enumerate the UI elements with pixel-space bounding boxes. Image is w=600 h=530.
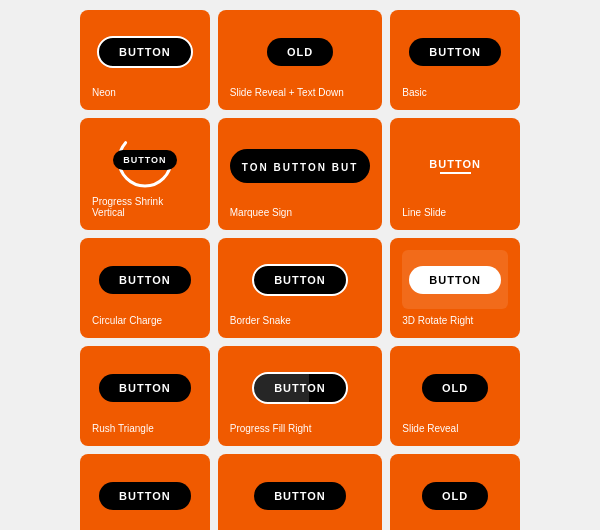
border-snake-button[interactable]: BUTTON xyxy=(252,264,348,296)
card-border-snake[interactable]: BUTTON Border Snake xyxy=(218,238,383,338)
card-circular-charge-label: Circular Charge xyxy=(92,315,198,326)
card-basic-inner: BUTTON xyxy=(402,22,508,81)
card-progress-right-inner: BUTTON xyxy=(230,358,371,417)
card-rush-triangle-label: Rush Triangle xyxy=(92,423,198,434)
card-line-slide-label: Line Slide xyxy=(402,207,508,218)
marquee-text: TON BUTTON BUT xyxy=(242,162,359,173)
card-3d-rotate[interactable]: BUTTON 3D Rotate Right xyxy=(390,238,520,338)
rotate-reveal-button[interactable]: OLD xyxy=(422,482,488,510)
card-border-snake-label: Border Snake xyxy=(230,315,371,326)
card-progress-right-label: Progress Fill Right xyxy=(230,423,371,434)
card-border-snake-inner: BUTTON xyxy=(230,250,371,309)
card-progress-shrink-label: Progress Shrink Vertical xyxy=(92,196,198,218)
card-slide-reveal-text-label: Slide Reveal + Text Down xyxy=(230,87,371,98)
card-slide-reveal[interactable]: OLD Slide Reveal xyxy=(390,346,520,446)
card-line-slide[interactable]: BUTTON Line Slide xyxy=(390,118,520,230)
progress-right-button[interactable]: BUTTON xyxy=(252,372,348,404)
card-speaker-center[interactable]: BUTTON Speaker Center xyxy=(218,454,383,530)
card-3d-rotate-inner: BUTTON xyxy=(402,250,508,309)
card-line-slide-inner: BUTTON xyxy=(402,130,508,201)
card-basic[interactable]: BUTTON Basic xyxy=(390,10,520,110)
card-slide-reveal-label: Slide Reveal xyxy=(402,423,508,434)
marquee-container: TON BUTTON BUT xyxy=(230,149,371,183)
card-rotate-reveal-inner: OLD xyxy=(402,466,508,525)
neon-button[interactable]: BUTTON xyxy=(97,36,193,68)
card-speaker-center-inner: BUTTON xyxy=(230,466,371,525)
speaker-center-button[interactable]: BUTTON xyxy=(254,482,346,510)
card-slide-reveal-text-down[interactable]: OLD Slide Reveal + Text Down xyxy=(218,10,383,110)
circular-charge-button[interactable]: BUTTON xyxy=(99,266,191,294)
button-effects-grid: BUTTON Neon OLD Slide Reveal + Text Down… xyxy=(0,0,600,530)
card-enlarge[interactable]: BUTTON Enlarge xyxy=(80,454,210,530)
card-circular-charge[interactable]: BUTTON Circular Charge xyxy=(80,238,210,338)
slide-reveal-button[interactable]: OLD xyxy=(422,374,488,402)
card-enlarge-inner: BUTTON xyxy=(92,466,198,525)
enlarge-button[interactable]: BUTTON xyxy=(99,482,191,510)
card-slide-reveal-text-inner: OLD xyxy=(230,22,371,81)
basic-button[interactable]: BUTTON xyxy=(409,38,501,66)
rush-triangle-button[interactable]: BUTTON xyxy=(99,374,191,402)
card-progress-shrink[interactable]: BUTTON Progress Shrink Vertical xyxy=(80,118,210,230)
card-rotate-reveal[interactable]: OLD Rotate Reveal xyxy=(390,454,520,530)
3d-rotate-button[interactable]: BUTTON xyxy=(409,266,501,294)
card-marquee[interactable]: TON BUTTON BUT Marquee Sign xyxy=(218,118,383,230)
card-rush-triangle[interactable]: BUTTON Rush Triangle xyxy=(80,346,210,446)
card-rush-triangle-inner: BUTTON xyxy=(92,358,198,417)
card-basic-label: Basic xyxy=(402,87,508,98)
card-slide-reveal-inner: OLD xyxy=(402,358,508,417)
card-neon-label: Neon xyxy=(92,87,198,98)
slide-reveal-text-button[interactable]: OLD xyxy=(267,38,333,66)
card-neon[interactable]: BUTTON Neon xyxy=(80,10,210,110)
progress-shrink-wrapper: BUTTON xyxy=(115,130,175,190)
card-progress-right[interactable]: BUTTON Progress Fill Right xyxy=(218,346,383,446)
card-progress-shrink-inner: BUTTON xyxy=(92,130,198,190)
progress-shrink-button[interactable]: BUTTON xyxy=(113,150,176,170)
card-marquee-label: Marquee Sign xyxy=(230,207,371,218)
card-marquee-inner: TON BUTTON BUT xyxy=(230,130,371,201)
card-3d-rotate-label: 3D Rotate Right xyxy=(402,315,508,326)
card-neon-inner: BUTTON xyxy=(92,22,198,81)
card-circular-charge-inner: BUTTON xyxy=(92,250,198,309)
line-slide-button[interactable]: BUTTON xyxy=(429,158,481,174)
